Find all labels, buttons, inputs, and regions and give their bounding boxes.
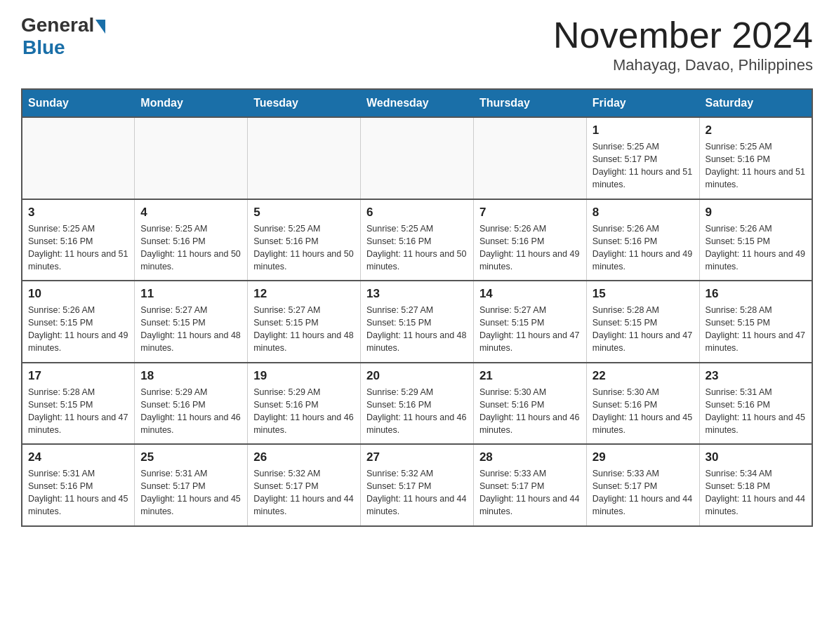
calendar-cell: 28Sunrise: 5:33 AM Sunset: 5:17 PM Dayli… (473, 444, 586, 526)
calendar-week-row: 10Sunrise: 5:26 AM Sunset: 5:15 PM Dayli… (22, 281, 812, 363)
calendar-cell: 11Sunrise: 5:27 AM Sunset: 5:15 PM Dayli… (135, 281, 248, 363)
sun-info: Sunrise: 5:31 AM Sunset: 5:16 PM Dayligh… (28, 467, 128, 518)
sun-info: Sunrise: 5:30 AM Sunset: 5:16 PM Dayligh… (593, 386, 694, 437)
day-number: 19 (253, 369, 355, 383)
calendar-cell (473, 117, 586, 199)
day-number: 4 (140, 206, 241, 220)
header-friday: Friday (586, 89, 699, 117)
sun-info: Sunrise: 5:31 AM Sunset: 5:17 PM Dayligh… (140, 467, 241, 518)
sun-info: Sunrise: 5:26 AM Sunset: 5:16 PM Dayligh… (593, 222, 694, 274)
calendar-header-row: SundayMondayTuesdayWednesdayThursdayFrid… (22, 89, 812, 117)
sun-info: Sunrise: 5:25 AM Sunset: 5:16 PM Dayligh… (253, 222, 355, 274)
calendar-cell: 8Sunrise: 5:26 AM Sunset: 5:16 PM Daylig… (586, 199, 699, 281)
sun-info: Sunrise: 5:28 AM Sunset: 5:15 PM Dayligh… (28, 386, 128, 437)
day-number: 26 (253, 450, 355, 464)
calendar-cell: 27Sunrise: 5:32 AM Sunset: 5:17 PM Dayli… (361, 444, 474, 526)
sun-info: Sunrise: 5:26 AM Sunset: 5:15 PM Dayligh… (706, 222, 806, 274)
day-number: 6 (366, 206, 468, 220)
header-tuesday: Tuesday (248, 89, 361, 117)
calendar-cell: 26Sunrise: 5:32 AM Sunset: 5:17 PM Dayli… (248, 444, 361, 526)
calendar-cell: 21Sunrise: 5:30 AM Sunset: 5:16 PM Dayli… (473, 363, 586, 445)
calendar-cell: 4Sunrise: 5:25 AM Sunset: 5:16 PM Daylig… (135, 199, 248, 281)
calendar-week-row: 24Sunrise: 5:31 AM Sunset: 5:16 PM Dayli… (22, 444, 812, 526)
header-thursday: Thursday (473, 89, 586, 117)
location-text: Mahayag, Davao, Philippines (553, 56, 813, 74)
calendar-week-row: 3Sunrise: 5:25 AM Sunset: 5:16 PM Daylig… (22, 199, 812, 281)
calendar-cell: 16Sunrise: 5:28 AM Sunset: 5:15 PM Dayli… (699, 281, 812, 363)
calendar-cell: 7Sunrise: 5:26 AM Sunset: 5:16 PM Daylig… (473, 199, 586, 281)
sun-info: Sunrise: 5:25 AM Sunset: 5:17 PM Dayligh… (593, 140, 694, 192)
day-number: 22 (593, 369, 694, 383)
header-monday: Monday (135, 89, 248, 117)
calendar-cell: 3Sunrise: 5:25 AM Sunset: 5:16 PM Daylig… (22, 199, 135, 281)
logo-general-text: General (21, 14, 94, 36)
day-number: 7 (479, 206, 581, 220)
day-number: 25 (140, 450, 241, 464)
day-number: 8 (593, 206, 694, 220)
sun-info: Sunrise: 5:26 AM Sunset: 5:15 PM Dayligh… (28, 304, 128, 355)
calendar-cell (135, 117, 248, 199)
header-wednesday: Wednesday (361, 89, 474, 117)
calendar-cell: 15Sunrise: 5:28 AM Sunset: 5:15 PM Dayli… (586, 281, 699, 363)
calendar-cell: 18Sunrise: 5:29 AM Sunset: 5:16 PM Dayli… (135, 363, 248, 445)
calendar-cell: 10Sunrise: 5:26 AM Sunset: 5:15 PM Dayli… (22, 281, 135, 363)
sun-info: Sunrise: 5:28 AM Sunset: 5:15 PM Dayligh… (593, 304, 694, 355)
day-number: 2 (706, 123, 806, 137)
calendar-cell: 17Sunrise: 5:28 AM Sunset: 5:15 PM Dayli… (22, 363, 135, 445)
day-number: 27 (366, 450, 468, 464)
day-number: 10 (28, 287, 128, 301)
logo: General Blue (21, 14, 105, 59)
sun-info: Sunrise: 5:30 AM Sunset: 5:16 PM Dayligh… (479, 386, 581, 437)
sun-info: Sunrise: 5:25 AM Sunset: 5:16 PM Dayligh… (28, 222, 128, 274)
header-saturday: Saturday (699, 89, 812, 117)
calendar-table: SundayMondayTuesdayWednesdayThursdayFrid… (21, 88, 813, 527)
day-number: 16 (706, 287, 806, 301)
calendar-cell (361, 117, 474, 199)
day-number: 3 (28, 206, 128, 220)
sun-info: Sunrise: 5:27 AM Sunset: 5:15 PM Dayligh… (366, 304, 468, 355)
day-number: 28 (479, 450, 581, 464)
day-number: 9 (706, 206, 806, 220)
calendar-cell: 23Sunrise: 5:31 AM Sunset: 5:16 PM Dayli… (699, 363, 812, 445)
sun-info: Sunrise: 5:29 AM Sunset: 5:16 PM Dayligh… (253, 386, 355, 437)
calendar-cell: 30Sunrise: 5:34 AM Sunset: 5:18 PM Dayli… (699, 444, 812, 526)
calendar-cell: 20Sunrise: 5:29 AM Sunset: 5:16 PM Dayli… (361, 363, 474, 445)
day-number: 12 (253, 287, 355, 301)
sun-info: Sunrise: 5:27 AM Sunset: 5:15 PM Dayligh… (140, 304, 241, 355)
day-number: 21 (479, 369, 581, 383)
month-title: November 2024 (553, 14, 813, 56)
day-number: 20 (366, 369, 468, 383)
calendar-cell: 2Sunrise: 5:25 AM Sunset: 5:16 PM Daylig… (699, 117, 812, 199)
sun-info: Sunrise: 5:28 AM Sunset: 5:15 PM Dayligh… (706, 304, 806, 355)
calendar-cell: 9Sunrise: 5:26 AM Sunset: 5:15 PM Daylig… (699, 199, 812, 281)
day-number: 1 (593, 123, 694, 137)
logo-triangle-icon (95, 20, 105, 34)
day-number: 23 (706, 369, 806, 383)
header-sunday: Sunday (22, 89, 135, 117)
calendar-cell: 12Sunrise: 5:27 AM Sunset: 5:15 PM Dayli… (248, 281, 361, 363)
calendar-cell (248, 117, 361, 199)
logo-blue-text: Blue (22, 36, 65, 59)
day-number: 29 (593, 450, 694, 464)
day-number: 18 (140, 369, 241, 383)
calendar-cell: 29Sunrise: 5:33 AM Sunset: 5:17 PM Dayli… (586, 444, 699, 526)
day-number: 11 (140, 287, 241, 301)
sun-info: Sunrise: 5:27 AM Sunset: 5:15 PM Dayligh… (479, 304, 581, 355)
sun-info: Sunrise: 5:34 AM Sunset: 5:18 PM Dayligh… (706, 467, 806, 518)
calendar-cell: 19Sunrise: 5:29 AM Sunset: 5:16 PM Dayli… (248, 363, 361, 445)
sun-info: Sunrise: 5:32 AM Sunset: 5:17 PM Dayligh… (366, 467, 468, 518)
calendar-cell: 14Sunrise: 5:27 AM Sunset: 5:15 PM Dayli… (473, 281, 586, 363)
calendar-cell: 13Sunrise: 5:27 AM Sunset: 5:15 PM Dayli… (361, 281, 474, 363)
sun-info: Sunrise: 5:29 AM Sunset: 5:16 PM Dayligh… (140, 386, 241, 437)
sun-info: Sunrise: 5:31 AM Sunset: 5:16 PM Dayligh… (706, 386, 806, 437)
calendar-cell: 24Sunrise: 5:31 AM Sunset: 5:16 PM Dayli… (22, 444, 135, 526)
calendar-cell (22, 117, 135, 199)
calendar-cell: 22Sunrise: 5:30 AM Sunset: 5:16 PM Dayli… (586, 363, 699, 445)
sun-info: Sunrise: 5:32 AM Sunset: 5:17 PM Dayligh… (253, 467, 355, 518)
day-number: 24 (28, 450, 128, 464)
sun-info: Sunrise: 5:33 AM Sunset: 5:17 PM Dayligh… (593, 467, 694, 518)
day-number: 15 (593, 287, 694, 301)
sun-info: Sunrise: 5:25 AM Sunset: 5:16 PM Dayligh… (140, 222, 241, 274)
sun-info: Sunrise: 5:27 AM Sunset: 5:15 PM Dayligh… (253, 304, 355, 355)
sun-info: Sunrise: 5:33 AM Sunset: 5:17 PM Dayligh… (479, 467, 581, 518)
